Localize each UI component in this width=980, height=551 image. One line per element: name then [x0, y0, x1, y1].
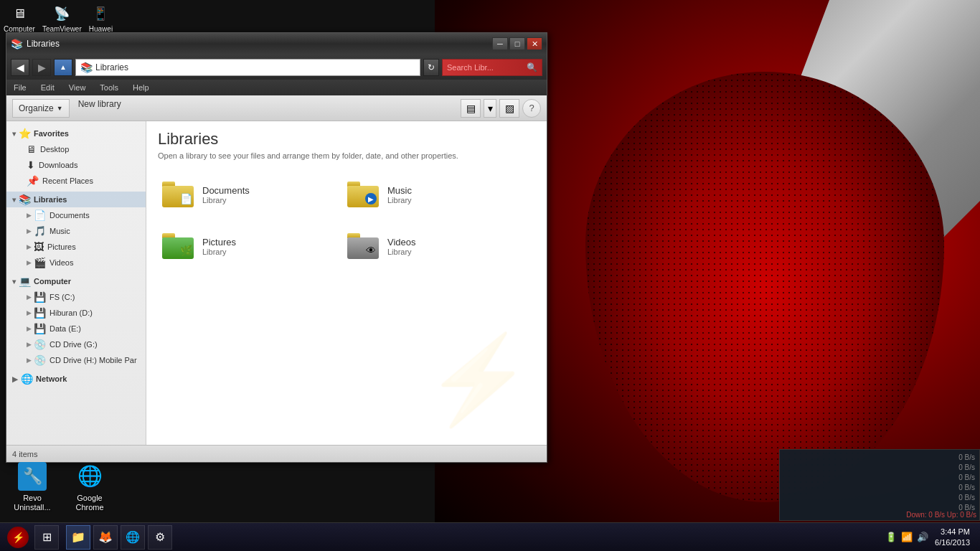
sidebar-item-cd-g[interactable]: ▶ 💿 CD Drive (G:) — [6, 336, 146, 352]
preview-pane-button[interactable]: ▨ — [499, 99, 519, 118]
desktop-icon-small: 🖥 — [27, 143, 37, 155]
music-info: Music Library — [387, 185, 412, 204]
taskbar-explorer-button[interactable]: 📁 — [66, 525, 90, 550]
tray-battery-icon[interactable]: 🔋 — [885, 531, 897, 544]
music-overlay-icon: ▶ — [365, 193, 377, 204]
fsc-expand-icon: ▶ — [27, 293, 32, 301]
sidebar-item-hiburan-d[interactable]: ▶ 💾 Hiburan (D:) — [6, 305, 146, 321]
music-name: Music — [387, 185, 412, 196]
view-dropdown-button[interactable]: ▾ — [484, 99, 496, 118]
google-chrome-icon[interactable]: 🌐 GoogleChrome — [65, 459, 115, 515]
new-library-button[interactable]: New library — [72, 99, 127, 118]
docs-expand-icon: ▶ — [27, 212, 32, 219]
rog-logo-icon: ⚡ — [7, 527, 29, 548]
net-monitor-widget: 0 B/s 0 B/s 0 B/s 0 B/s 0 B/s 0 B/s Down… — [779, 449, 980, 521]
help-button[interactable]: ? — [522, 99, 541, 118]
search-placeholder: Search Libr... — [447, 63, 494, 72]
menu-file[interactable]: File — [11, 82, 29, 93]
huawei-icon: 📱 — [90, 4, 110, 24]
taskbar-chrome-button[interactable]: 🌐 — [121, 525, 145, 550]
computer-top-icon[interactable]: 🖥 Computer — [4, 4, 35, 33]
taskbar-firefox-icon: 🦊 — [98, 530, 113, 545]
computer-header-icon: 💻 — [19, 276, 31, 287]
pictures-name: Pictures — [202, 237, 236, 248]
organize-button[interactable]: Organize ▼ — [12, 99, 70, 118]
library-item-documents[interactable]: 📄 Documents Library — [158, 174, 331, 215]
network-header[interactable]: ▶ 🌐 Network — [6, 371, 146, 387]
library-item-music[interactable]: ▶ Music Library — [343, 174, 517, 215]
music-type: Library — [387, 196, 412, 204]
sidebar-datae-label: Data (E:) — [50, 324, 81, 333]
menu-view[interactable]: View — [66, 82, 89, 93]
menu-tools[interactable]: Tools — [97, 82, 121, 93]
taskbar-start-button[interactable]: ⊞ — [34, 525, 59, 550]
tray-network-icon[interactable]: 📶 — [900, 531, 913, 544]
libraries-icon: 📚 — [19, 194, 31, 205]
view-toggle-button[interactable]: ▤ — [461, 99, 481, 118]
videos-info: Videos Library — [387, 237, 416, 256]
documents-type: Library — [202, 196, 250, 204]
forward-button[interactable]: ▶ — [32, 59, 51, 76]
documents-info: Documents Library — [202, 185, 250, 204]
documents-folder-icon: 📄 — [161, 177, 195, 212]
tray-volume-icon[interactable]: 🔊 — [916, 531, 929, 544]
sidebar-cdh-label: CD Drive (H:) Mobile Par — [50, 356, 137, 364]
cd-g-icon: 💿 — [34, 339, 46, 350]
minimize-button[interactable]: ─ — [492, 37, 508, 50]
up-button[interactable]: ▲ — [54, 59, 72, 76]
sidebar-item-desktop[interactable]: 🖥 Desktop — [6, 141, 146, 157]
refresh-button[interactable]: ↻ — [423, 59, 439, 76]
chrome-icon-img: 🌐 — [75, 462, 104, 491]
libraries-expand-icon: ▾ — [12, 196, 16, 204]
videos-name: Videos — [387, 237, 416, 248]
libraries-header[interactable]: ▾ 📚 Libraries — [6, 192, 146, 207]
sidebar-item-data-e[interactable]: ▶ 💾 Data (E:) — [6, 321, 146, 336]
back-button[interactable]: ◀ — [11, 59, 29, 76]
content-subtitle: Open a library to see your files and arr… — [158, 151, 535, 160]
computer-header[interactable]: ▾ 💻 Computer — [6, 273, 146, 289]
music-icon: 🎵 — [34, 225, 46, 237]
title-bar-left: 📚 Libraries — [11, 38, 60, 50]
teamviewer-top-icon[interactable]: 📡 TeamViewer — [42, 4, 82, 33]
menu-help[interactable]: Help — [130, 82, 152, 93]
revo-uninstaller-icon[interactable]: 🔧 RevoUninstall... — [7, 459, 57, 515]
rog-start-button[interactable]: ⚡ — [4, 525, 32, 550]
computer-section: ▾ 💻 Computer ▶ 💾 FS (C:) ▶ 💾 Hiburan (D:… — [6, 273, 146, 368]
address-bar-area: ◀ ▶ ▲ 📚 Libraries ↻ Search Libr... 🔍 — [6, 55, 547, 80]
maximize-button[interactable]: □ — [509, 37, 525, 50]
library-item-videos[interactable]: 👁 Videos Library — [343, 226, 517, 266]
system-tray: 🔋 📶 🔊 3:44 PM 6/16/2013 — [880, 527, 977, 547]
close-button[interactable]: ✕ — [527, 37, 542, 50]
taskbar-firefox-button[interactable]: 🦊 — [93, 525, 118, 550]
sidebar-item-pictures[interactable]: ▶ 🖼 Pictures — [6, 239, 146, 255]
system-clock[interactable]: 3:44 PM 6/16/2013 — [932, 527, 973, 547]
taskbar-explorer-icon: 📁 — [71, 530, 85, 545]
sidebar-fsc-label: FS (C:) — [50, 293, 75, 301]
net-row-3: 0 B/s — [784, 473, 975, 483]
library-item-pictures[interactable]: 🌿 Pictures Library — [158, 226, 331, 266]
sidebar-item-documents[interactable]: ▶ 📄 Documents — [6, 207, 146, 223]
teamviewer-icon: 📡 — [52, 4, 72, 24]
sidebar-item-recent[interactable]: 📌 Recent Places — [6, 173, 146, 189]
net-row-1: 0 B/s — [784, 453, 975, 463]
favorites-label: Favorites — [34, 129, 69, 138]
revo-label: RevoUninstall... — [14, 494, 50, 512]
sidebar-cdg-label: CD Drive (G:) — [50, 340, 98, 349]
pictures-icon: 🖼 — [34, 241, 44, 253]
sidebar-item-downloads[interactable]: ⬇ Downloads — [6, 157, 146, 173]
cdh-expand-icon: ▶ — [27, 357, 32, 364]
sidebar-item-videos[interactable]: ▶ 🎬 Videos — [6, 255, 146, 270]
favorites-header[interactable]: ▾ ⭐ Favorites — [6, 126, 146, 141]
huawei-top-icon[interactable]: 📱 Huawei — [89, 4, 113, 33]
sidebar-item-fs-c[interactable]: ▶ 💾 FS (C:) — [6, 289, 146, 305]
net-row-4: 0 B/s — [784, 483, 975, 493]
sidebar-videos-label: Videos — [50, 258, 73, 267]
sidebar-item-music[interactable]: ▶ 🎵 Music — [6, 223, 146, 239]
menu-edit[interactable]: Edit — [38, 82, 57, 93]
computer-icon: 🖥 — [9, 4, 29, 24]
address-box[interactable]: 📚 Libraries — [75, 59, 420, 76]
computer-expand-icon: ▾ — [12, 278, 16, 286]
sidebar-item-cd-h[interactable]: ▶ 💿 CD Drive (H:) Mobile Par — [6, 352, 146, 368]
search-box[interactable]: Search Libr... 🔍 — [442, 59, 542, 76]
taskbar-extra-button[interactable]: ⚙ — [148, 525, 172, 550]
